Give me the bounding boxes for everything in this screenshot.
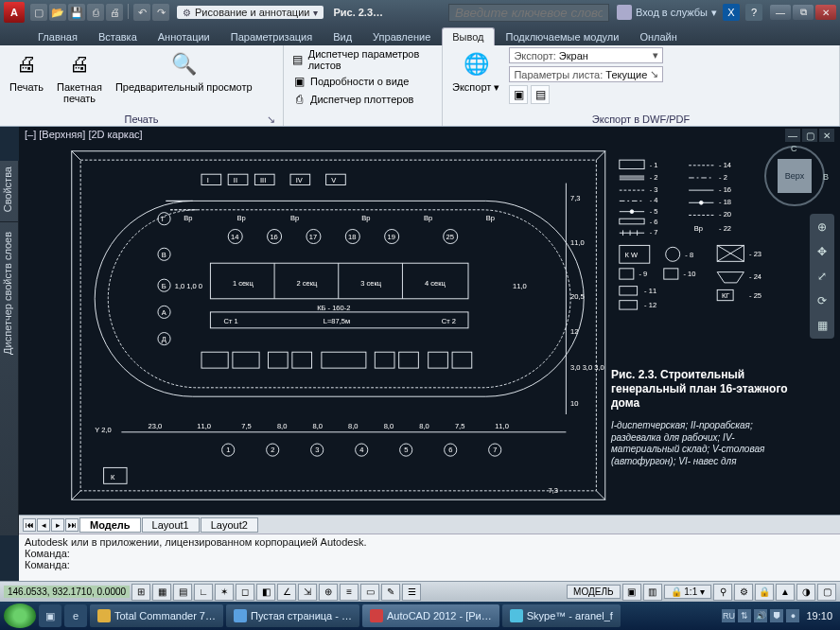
qat-undo-icon[interactable]: ↶ (133, 4, 150, 21)
status-grid-icon[interactable]: ▤ (173, 584, 192, 601)
status-infer-icon[interactable]: ⊞ (131, 584, 150, 601)
viewport-max-icon[interactable]: ▢ (802, 129, 817, 142)
tab-manage[interactable]: Управление (363, 28, 440, 45)
taskbar-clock[interactable]: 19:10 (802, 610, 836, 621)
qat-redo-icon[interactable]: ↷ (152, 4, 169, 21)
status-otrack-icon[interactable]: ∠ (277, 584, 296, 601)
viewport-min-icon[interactable]: — (785, 129, 800, 142)
help-search-input[interactable] (448, 4, 609, 22)
tab-model[interactable]: Модель (79, 517, 141, 533)
tab-annotate[interactable]: Аннотации (149, 28, 219, 45)
tab-output[interactable]: Вывод (442, 27, 494, 45)
export-pdf-icon[interactable]: ▤ (531, 85, 550, 104)
panel-title-export[interactable]: Экспорт в DWF/PDF (448, 113, 833, 126)
qat-save-icon[interactable]: 💾 (68, 4, 85, 21)
qat-open-icon[interactable]: 📂 (49, 4, 66, 21)
view-cube[interactable]: Верх С B (764, 146, 825, 206)
tray-lang-icon[interactable]: RU (722, 609, 735, 622)
showmotion-icon[interactable]: ▦ (810, 315, 834, 336)
zoom-extents-icon[interactable]: ⤢ (810, 266, 834, 287)
print-preview-button[interactable]: 🔍 Предварительный просмотр (112, 47, 256, 95)
taskbar-item[interactable]: Пустая страница - … (226, 604, 359, 627)
minimize-button[interactable]: — (770, 5, 791, 20)
tab-layout2[interactable]: Layout2 (201, 517, 258, 533)
page-setup-manager-button[interactable]: ▤Диспетчер параметров листов (289, 47, 436, 72)
tray-volume-icon[interactable]: 🔊 (754, 609, 767, 622)
print-button[interactable]: 🖨 Печать (6, 47, 47, 95)
status-lock-icon[interactable]: 🔒 (755, 584, 774, 601)
viewport-close-icon[interactable]: ✕ (819, 129, 834, 142)
status-ws-icon[interactable]: ⚙ (734, 584, 753, 601)
system-tray[interactable]: RU ⇅ 🔊 ⛊ ● (722, 609, 799, 622)
maximize-button[interactable]: ⧉ (793, 5, 814, 20)
workspace-dropdown[interactable]: ⚙ Рисование и аннотации ▾ (177, 6, 324, 19)
status-lwt-icon[interactable]: ≡ (340, 584, 359, 601)
tab-nav-first-icon[interactable]: ⏮ (23, 518, 36, 532)
status-osnap-icon[interactable]: ◻ (236, 584, 254, 601)
tab-insert[interactable]: Вставка (89, 28, 147, 45)
status-tpy-icon[interactable]: ▭ (360, 584, 379, 601)
status-dyn-icon[interactable]: ⊕ (319, 584, 338, 601)
batch-print-button[interactable]: 🖨 Пакетная печать (53, 47, 106, 106)
tab-nav-prev-icon[interactable]: ◂ (37, 518, 50, 532)
taskbar-item[interactable]: AutoCAD 2012 - [Ри… (362, 604, 499, 627)
command-input[interactable] (73, 559, 834, 570)
tab-parametric[interactable]: Параметризация (221, 28, 322, 45)
status-3dosnap-icon[interactable]: ◧ (256, 584, 275, 601)
help-icon[interactable]: ? (745, 4, 762, 21)
drawing-viewport[interactable]: [–] [Верхняя] [2D каркас] — ▢ ✕ Верх С B… (19, 127, 840, 515)
steering-wheel-icon[interactable]: ⊕ (810, 217, 834, 237)
coordinates-readout[interactable]: 146.0533, 932.1710, 0.0000 (4, 586, 130, 598)
qat-new-icon[interactable]: ▢ (30, 4, 47, 21)
exchange-apps-icon[interactable]: X (723, 4, 740, 21)
tab-nav-next-icon[interactable]: ▸ (51, 518, 64, 532)
status-annovis-icon[interactable]: ⚲ (713, 584, 732, 601)
status-ortho-icon[interactable]: ∟ (194, 584, 213, 601)
taskbar-item[interactable]: Total Commander 7… (90, 604, 223, 627)
export-dwf-icon[interactable]: ▣ (509, 85, 528, 104)
status-ducs-icon[interactable]: ⇲ (298, 584, 317, 601)
orbit-icon[interactable]: ⟳ (810, 290, 834, 311)
tab-view[interactable]: Вид (324, 28, 361, 45)
command-line[interactable]: Autodesk или в приложении, лицензированн… (19, 534, 840, 581)
export-target-dropdown[interactable]: Экспорт: Экран▾ (509, 47, 663, 63)
status-sc-icon[interactable]: ☰ (402, 584, 421, 601)
tab-home[interactable]: Главная (28, 28, 87, 45)
view-details-button[interactable]: ▣Подробности о виде (289, 73, 436, 90)
svg-text:- 3: - 3 (650, 185, 658, 194)
qat-plot-icon[interactable]: 🖨 (106, 4, 123, 21)
tab-plugins[interactable]: Подключаемые модули (497, 28, 629, 45)
tab-layout1[interactable]: Layout1 (142, 517, 200, 533)
qat-saveas-icon[interactable]: ⎙ (87, 4, 104, 21)
tray-shield-icon[interactable]: ⛊ (770, 609, 783, 622)
status-snap-icon[interactable]: ▦ (152, 584, 171, 601)
panel-title-print[interactable]: Печать↘ (6, 113, 277, 126)
start-button[interactable] (4, 604, 36, 628)
pan-icon[interactable]: ✥ (810, 241, 834, 262)
palette-layer-properties[interactable]: Диспетчер свойств слоев (0, 226, 15, 360)
tray-network-icon[interactable]: ⇅ (738, 609, 751, 622)
status-quickview-icon[interactable]: ▥ (643, 584, 662, 601)
status-space-toggle[interactable]: МОДЕЛЬ (567, 585, 620, 599)
status-layout-icon[interactable]: ▣ (622, 584, 641, 601)
viewport-label[interactable]: [–] [Верхняя] [2D каркас] (25, 129, 143, 140)
status-hardware-icon[interactable]: ▲ (776, 584, 795, 601)
sheet-params-dropdown[interactable]: Параметры листа: Текущие↘ (509, 66, 663, 82)
status-anno-scale[interactable]: 🔒 1:1 ▾ (664, 585, 711, 599)
status-qp-icon[interactable]: ✎ (381, 584, 400, 601)
status-polar-icon[interactable]: ✶ (215, 584, 234, 601)
tab-nav-last-icon[interactable]: ⏭ (65, 518, 79, 532)
plotter-manager-button[interactable]: ⎙Диспетчер плоттеров (289, 91, 436, 108)
tab-online[interactable]: Онлайн (630, 28, 686, 45)
palette-properties[interactable]: Свойства (0, 161, 15, 218)
quicklaunch-ie-icon[interactable]: e (64, 604, 87, 627)
sign-in-services[interactable]: Вход в службы▾ (617, 5, 717, 20)
quicklaunch-explorer-icon[interactable]: ▣ (39, 604, 61, 627)
close-button[interactable]: ✕ (815, 5, 836, 20)
status-clean-icon[interactable]: ▢ (817, 584, 836, 601)
status-isolate-icon[interactable]: ◑ (796, 584, 815, 601)
app-menu-button[interactable]: A (4, 2, 25, 23)
tray-app-icon[interactable]: ● (786, 609, 799, 622)
taskbar-item[interactable]: Skype™ - aranel_f (502, 604, 621, 627)
export-button[interactable]: 🌐 Экспорт ▾ (448, 47, 503, 95)
